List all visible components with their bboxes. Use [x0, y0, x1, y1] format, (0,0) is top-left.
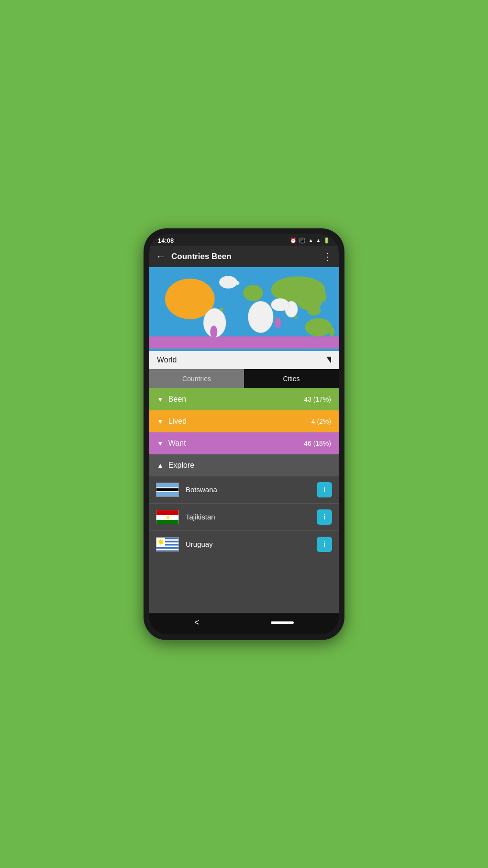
want-label: Want [168, 439, 304, 448]
svg-point-17 [275, 317, 281, 328]
svg-point-21 [220, 307, 223, 311]
explore-label: Explore [168, 461, 331, 470]
status-icons: ⏰ 📳 ▲ ▲ 🔋 [290, 237, 330, 244]
svg-point-4 [184, 308, 200, 319]
been-count: 43 (17%) [304, 395, 331, 403]
category-want[interactable]: ▼ Want 46 (18%) [149, 432, 339, 454]
been-label: Been [168, 395, 304, 404]
list-item[interactable]: Uruguay i [149, 531, 339, 558]
svg-rect-19 [295, 316, 298, 319]
svg-rect-32 [156, 550, 179, 552]
phone-frame: 14:08 ⏰ 📳 ▲ ▲ 🔋 ← Countries Been ⋮ [144, 228, 344, 640]
chevron-down-icon: ▼ [157, 395, 164, 403]
info-button[interactable]: i [317, 537, 332, 552]
chevron-down-icon: ▼ [157, 417, 164, 425]
world-label: World [157, 356, 177, 364]
dropdown-triangle-icon [326, 357, 331, 363]
explore-country-list: Botswana i Tajikistan [149, 476, 339, 613]
svg-point-34 [159, 540, 163, 544]
country-name: Tajikistan [186, 513, 317, 521]
svg-rect-31 [156, 547, 179, 548]
country-name: Botswana [186, 485, 317, 494]
tajikistan-flag-svg [156, 510, 179, 524]
country-name: Uruguay [186, 540, 317, 548]
svg-rect-25 [156, 520, 179, 524]
overflow-menu-button[interactable]: ⋮ [322, 251, 332, 262]
svg-point-22 [232, 281, 239, 285]
tab-cities[interactable]: Cities [244, 369, 339, 388]
category-lived[interactable]: ▼ Lived 4 (2%) [149, 410, 339, 432]
svg-rect-1 [149, 336, 339, 348]
tab-countries[interactable]: Countries [149, 369, 244, 388]
signal-icon: ▲ [316, 237, 321, 243]
chevron-up-icon: ▲ [157, 462, 164, 469]
svg-point-10 [210, 325, 217, 338]
battery-icon: 🔋 [323, 237, 330, 244]
svg-point-26 [166, 516, 169, 519]
lived-label: Lived [168, 417, 311, 426]
alarm-icon: ⏰ [290, 237, 297, 244]
info-button[interactable]: i [317, 509, 332, 525]
map-svg [149, 267, 339, 351]
home-indicator[interactable] [271, 621, 294, 624]
chevron-down-icon: ▼ [157, 440, 164, 447]
bottom-navigation: < [149, 613, 339, 634]
world-selector[interactable]: World [149, 351, 339, 369]
page-title: Countries Been [171, 252, 322, 261]
world-map[interactable] [149, 267, 339, 351]
uruguay-flag-svg [156, 538, 179, 552]
want-count: 46 (18%) [304, 440, 331, 447]
tab-bar: Countries Cities [149, 369, 339, 388]
lived-count: 4 (2%) [311, 417, 331, 425]
svg-rect-7 [246, 290, 260, 300]
info-button[interactable]: i [317, 482, 332, 497]
svg-point-3 [167, 283, 190, 310]
wifi-icon: ▲ [308, 237, 313, 243]
status-time: 14:08 [158, 237, 174, 244]
category-been[interactable]: ▼ Been 43 (17%) [149, 388, 339, 410]
list-item[interactable]: Botswana i [149, 476, 339, 504]
vibrate-icon: 📳 [299, 237, 306, 244]
nav-back-button[interactable]: < [194, 618, 200, 628]
top-bar: ← Countries Been ⋮ [149, 246, 339, 267]
flag-botswana [156, 483, 179, 497]
flag-tajikistan [156, 510, 179, 524]
flag-uruguay [156, 537, 179, 552]
svg-point-20 [271, 298, 289, 311]
list-item[interactable]: Tajikistan i [149, 504, 339, 531]
svg-rect-23 [156, 510, 179, 515]
svg-point-15 [305, 318, 332, 336]
svg-point-8 [248, 301, 273, 333]
back-button[interactable]: ← [156, 251, 166, 262]
svg-point-16 [329, 327, 334, 336]
svg-point-18 [319, 291, 326, 302]
svg-point-13 [307, 304, 321, 316]
category-explore[interactable]: ▲ Explore [149, 454, 339, 476]
status-bar: 14:08 ⏰ 📳 ▲ ▲ 🔋 [149, 234, 339, 246]
phone-screen: 14:08 ⏰ 📳 ▲ ▲ 🔋 ← Countries Been ⋮ [149, 234, 339, 634]
